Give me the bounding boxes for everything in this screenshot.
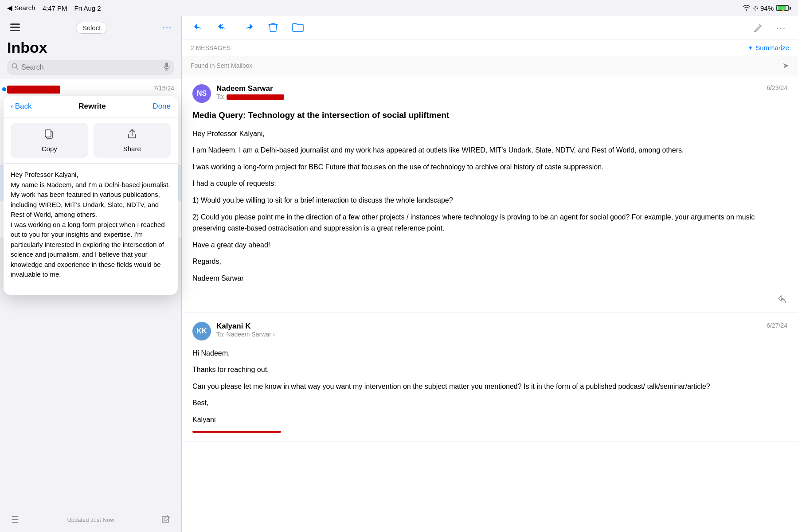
more-toolbar-button[interactable]: ···: [773, 20, 789, 35]
forward-button[interactable]: [240, 20, 256, 35]
battery-percentage: 94%: [760, 4, 774, 12]
email-greeting-2: Hi Nadeem,: [192, 348, 787, 359]
reply-button[interactable]: [191, 20, 207, 35]
filter-button[interactable]: ☰: [7, 512, 23, 528]
email-line2-2: Can you please let me know in what way y…: [192, 381, 787, 392]
mail-item-header: 7/15/24: [7, 85, 174, 94]
email-panel: ··· 2 MESSAGES ✦ Summarize Found in Sent…: [182, 16, 798, 532]
email-toolbar: ···: [182, 16, 798, 39]
sidebar-header: Select ···: [0, 16, 181, 37]
email-reply-icon[interactable]: [192, 289, 787, 304]
email-regards: Regards,: [192, 256, 787, 267]
rewrite-header: ‹ Back Rewrite Done: [4, 96, 178, 117]
battery-icon: ⚡: [776, 5, 791, 11]
avatar-kk: KK: [192, 322, 211, 340]
rewrite-actions: Copy Share: [4, 117, 178, 164]
copy-button[interactable]: Copy: [11, 123, 88, 158]
rewrite-para1: My name is Nadeem, and I'm a Delhi-based…: [11, 180, 171, 220]
sidebar-footer: ☰ Updated Just Now: [0, 507, 181, 532]
avatar-ns: NS: [192, 84, 211, 103]
sender-name-2: Kalyani K: [216, 322, 275, 331]
email-line5: 2) Could you please point me in the dire…: [192, 211, 787, 234]
email-message-2: KK Kalyani K To: Nadeem Sarwar › 6/27/24…: [182, 313, 798, 442]
inbox-title: Inbox: [0, 37, 181, 60]
svg-line-4: [16, 68, 18, 70]
email-meta-left-2: KK Kalyani K To: Nadeem Sarwar ›: [192, 322, 275, 340]
date: Fri Aug 2: [74, 4, 101, 12]
folder-button[interactable]: [290, 20, 306, 35]
email-to-2: To: Nadeem Sarwar ›: [216, 331, 275, 338]
chevron-left-icon: ‹: [11, 102, 13, 111]
mic-icon[interactable]: [164, 63, 170, 72]
rewrite-content: Hey Professor Kalyani, My name is Nadeem…: [4, 164, 178, 286]
wifi-icon: [743, 4, 751, 12]
more-button[interactable]: ···: [160, 20, 174, 35]
chevron-right-icon: ›: [273, 331, 275, 338]
compose-toolbar-button[interactable]: [750, 20, 766, 35]
email-subject-1: Media Query: Technology at the intersect…: [192, 110, 787, 121]
search-icon: [12, 63, 19, 72]
mail-item-sender: [7, 85, 60, 94]
email-meta-1: NS Nadeem Sarwar To: 6/23/24: [192, 84, 787, 103]
status-bar-right: ◎ 94% ⚡: [743, 4, 791, 12]
rewrite-greeting: Hey Professor Kalyani,: [11, 170, 171, 180]
search-bar[interactable]: [7, 60, 174, 75]
search-input[interactable]: [21, 63, 161, 71]
unread-dot: [2, 87, 6, 91]
rewrite-done-button[interactable]: Done: [153, 102, 171, 111]
email-name: Nadeem Sarwar: [192, 273, 787, 284]
location-icon: ◎: [753, 5, 758, 11]
toolbar-right: ···: [750, 20, 789, 35]
summarize-button[interactable]: ✦ Summarize: [748, 44, 789, 51]
status-bar: ◀ Search 4:47 PM Fri Aug 2 ◎ 94% ⚡: [0, 0, 798, 16]
email-date-1: 6/23/24: [767, 84, 787, 91]
svg-rect-2: [10, 30, 20, 31]
email-greeting: Hey Professor Kalyani,: [192, 128, 787, 140]
email-line6: Have a great day ahead!: [192, 239, 787, 251]
rewrite-popup: ‹ Back Rewrite Done Copy: [4, 96, 178, 295]
back-signal: ◀ Search: [7, 4, 35, 12]
sender-info-2: Kalyani K To: Nadeem Sarwar ›: [216, 322, 275, 338]
email-name-2: Kalyani: [192, 414, 787, 426]
messages-count: 2 MESSAGES: [191, 44, 231, 51]
share-button[interactable]: Share: [94, 123, 171, 158]
select-button[interactable]: Select: [76, 22, 108, 34]
to-redacted: [227, 94, 284, 100]
rewrite-back-button[interactable]: ‹ Back: [11, 102, 31, 111]
toolbar-left: [191, 20, 306, 35]
sidebar-toggle-button[interactable]: [7, 20, 23, 35]
sender-name: Nadeem Sarwar: [216, 84, 284, 93]
compose-button[interactable]: [158, 512, 174, 528]
share-label: Share: [123, 145, 141, 153]
email-message-1: NS Nadeem Sarwar To: 6/23/24 Media Query…: [182, 75, 798, 313]
email-line1: I am Nadeem. I am a Delhi-based journali…: [192, 145, 787, 156]
copy-icon: [43, 128, 55, 142]
name-redaction: [192, 431, 787, 433]
dots-icon: ···: [776, 23, 786, 33]
email-line4: 1) Would you be willing to sit for a bri…: [192, 195, 787, 206]
email-meta-2: KK Kalyani K To: Nadeem Sarwar › 6/27/24: [192, 322, 787, 340]
status-bar-left: ◀ Search 4:47 PM Fri Aug 2: [7, 4, 101, 12]
time: 4:47 PM: [43, 4, 67, 12]
trash-button[interactable]: [265, 20, 281, 35]
svg-rect-1: [10, 27, 20, 28]
svg-rect-10: [45, 130, 51, 137]
email-line3: I had a couple of requests:: [192, 178, 787, 189]
sender-redacted: [7, 86, 60, 94]
rewrite-title: Rewrite: [78, 102, 106, 111]
share-icon: [126, 128, 138, 142]
summarize-label: Summarize: [755, 44, 789, 51]
email-to: To:: [216, 93, 284, 100]
reply-all-button[interactable]: [215, 20, 231, 35]
mail-item-date: 7/15/24: [153, 85, 174, 92]
sidebar: Select ··· Inbox: [0, 16, 182, 532]
email-scroll: NS Nadeem Sarwar To: 6/23/24 Media Query…: [182, 75, 798, 532]
email-best: Best,: [192, 397, 787, 409]
svg-rect-0: [10, 23, 20, 25]
back-label: Back: [15, 102, 32, 111]
email-meta-left: NS Nadeem Sarwar To:: [192, 84, 284, 103]
messages-header: 2 MESSAGES ✦ Summarize: [182, 39, 798, 56]
email-line1-2: Thanks for reaching out.: [192, 364, 787, 376]
svg-rect-5: [165, 63, 168, 67]
rewrite-para2: I was working on a long-form project whe…: [11, 220, 171, 280]
